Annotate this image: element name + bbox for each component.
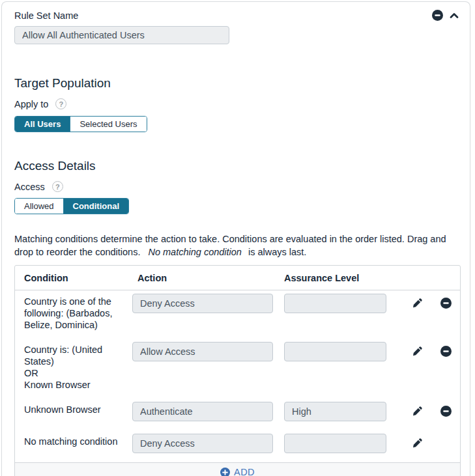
minus-circle-icon: [440, 298, 452, 309]
column-header-condition: Condition: [24, 273, 132, 283]
toggle-option-all-users[interactable]: All Users: [15, 117, 70, 132]
action-input: [132, 402, 273, 421]
remove-condition-button[interactable]: [440, 406, 452, 417]
remove-condition-button[interactable]: [440, 298, 452, 309]
condition-text: Country is one of the following: (Barbad…: [24, 290, 132, 331]
minus-circle-icon: [432, 10, 443, 21]
edit-condition-button[interactable]: [412, 298, 423, 309]
minus-circle-icon: [440, 346, 452, 357]
apply-to-label: Apply to: [14, 99, 48, 109]
condition-text: No matching condition: [24, 430, 132, 447]
conditions-note-tail: is always last.: [248, 247, 306, 257]
column-header-action: Action: [132, 273, 284, 283]
column-header-assurance-level: Assurance Level: [284, 273, 410, 283]
pencil-icon: [412, 438, 423, 449]
conditions-table-footer: ADD: [15, 462, 460, 476]
condition-text: Unknown Browser: [24, 399, 132, 415]
conditions-table-header: Condition Action Assurance Level: [15, 266, 460, 290]
rule-set-header-actions: [432, 10, 461, 21]
remove-condition-button[interactable]: [440, 346, 452, 357]
condition-row: Country is one of the following: (Barbad…: [15, 290, 460, 339]
collapse-rule-set-button[interactable]: [449, 10, 459, 21]
add-condition-label: ADD: [234, 467, 255, 476]
rule-set-name-input[interactable]: [14, 26, 229, 44]
action-input: [132, 342, 273, 361]
apply-to-toggle: All UsersSelected Users: [14, 116, 147, 132]
conditions-note: Matching conditions determine the action…: [14, 232, 463, 259]
condition-row: No matching condition: [15, 430, 460, 462]
assurance-level-input: [284, 434, 386, 453]
access-details-heading: Access Details: [14, 158, 461, 174]
action-input: [132, 434, 273, 453]
condition-text: Country is: (United States) OR Known Bro…: [24, 339, 132, 391]
pencil-icon: [412, 406, 423, 417]
toggle-option-conditional[interactable]: Conditional: [64, 199, 129, 214]
rule-set-panel: Rule Set Name Target Population Apply to…: [1, 1, 470, 476]
chevron-up-icon: [449, 10, 459, 21]
toggle-option-selected-users[interactable]: Selected Users: [70, 117, 146, 132]
remove-rule-set-button[interactable]: [432, 10, 443, 21]
edit-condition-button[interactable]: [412, 346, 423, 357]
access-label: Access: [14, 182, 45, 192]
rule-set-name-label: Rule Set Name: [14, 10, 78, 21]
assurance-level-input: [284, 402, 386, 421]
assurance-level-input: [284, 342, 386, 361]
access-toggle: AllowedConditional: [14, 198, 129, 214]
apply-to-row: Apply to ?: [14, 98, 461, 109]
action-input: [132, 294, 273, 313]
target-population-heading: Target Population: [14, 76, 461, 91]
rule-set-header: Rule Set Name: [14, 10, 461, 21]
plus-circle-icon: [220, 468, 230, 476]
pencil-icon: [412, 346, 423, 357]
help-icon[interactable]: ?: [52, 181, 63, 192]
help-icon[interactable]: ?: [55, 98, 66, 109]
minus-circle-icon: [440, 406, 452, 417]
pencil-icon: [412, 298, 423, 309]
conditions-table: Condition Action Assurance Level Country…: [14, 265, 461, 476]
conditions-note-italic: No matching condition: [148, 247, 241, 257]
edit-condition-button[interactable]: [412, 406, 423, 417]
condition-row: Country is: (United States) OR Known Bro…: [15, 339, 460, 399]
assurance-level-input: [284, 294, 386, 313]
access-row: Access ?: [14, 181, 461, 192]
edit-condition-button[interactable]: [412, 438, 423, 449]
condition-row: Unknown Browser: [15, 399, 460, 430]
add-condition-button[interactable]: ADD: [216, 466, 259, 476]
toggle-option-allowed[interactable]: Allowed: [15, 199, 64, 214]
